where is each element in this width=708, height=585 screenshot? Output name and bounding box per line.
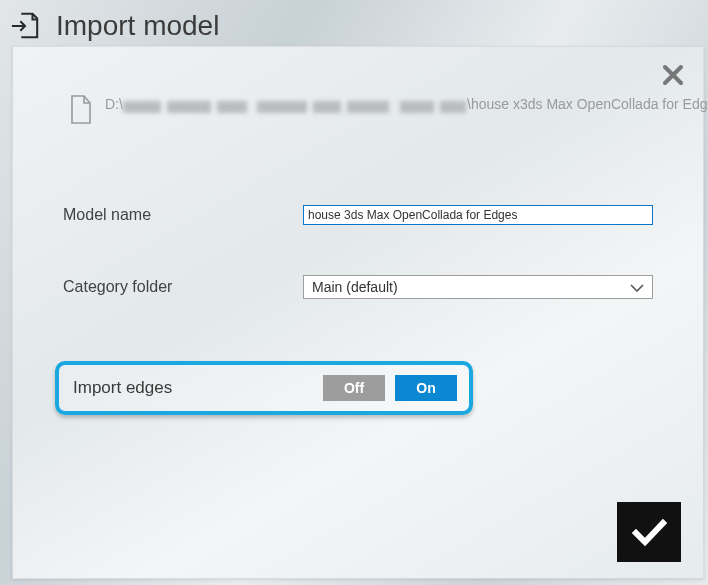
import-model-dialog: Import model D:\ bbox=[0, 0, 708, 585]
close-button[interactable] bbox=[661, 63, 685, 87]
confirm-button[interactable] bbox=[617, 502, 681, 562]
file-path-row: D:\ \house x3ds Max OpenCollada for Edge… bbox=[69, 95, 653, 135]
model-name-input[interactable] bbox=[303, 205, 653, 225]
dialog-title: Import model bbox=[56, 10, 219, 42]
file-icon bbox=[69, 95, 93, 125]
import-edges-off-button[interactable]: Off bbox=[323, 375, 385, 401]
redacted-path-segment bbox=[123, 99, 472, 111]
category-folder-label: Category folder bbox=[63, 278, 303, 296]
model-name-row: Model name bbox=[63, 203, 653, 227]
import-edges-label: Import edges bbox=[73, 378, 323, 398]
dialog-header: Import model bbox=[0, 0, 708, 46]
chevron-down-icon bbox=[630, 279, 644, 295]
import-icon bbox=[10, 11, 40, 41]
category-folder-row: Category folder Main (default) bbox=[63, 275, 653, 299]
dialog-panel: D:\ \house x3ds Max OpenCollada for Edge… bbox=[12, 46, 704, 579]
category-folder-value: Main (default) bbox=[312, 279, 398, 295]
category-folder-select[interactable]: Main (default) bbox=[303, 275, 653, 299]
import-edges-toggle: Off On bbox=[323, 375, 457, 401]
model-name-label: Model name bbox=[63, 206, 303, 224]
path-prefix: D:\ bbox=[105, 96, 123, 112]
file-path: D:\ \house x3ds Max OpenCollada for Edge… bbox=[105, 95, 653, 135]
import-edges-on-button[interactable]: On bbox=[395, 375, 457, 401]
path-suffix: \house x3ds Max OpenCollada for Edges.sk… bbox=[467, 95, 708, 113]
import-edges-highlight: Import edges Off On bbox=[55, 361, 473, 415]
